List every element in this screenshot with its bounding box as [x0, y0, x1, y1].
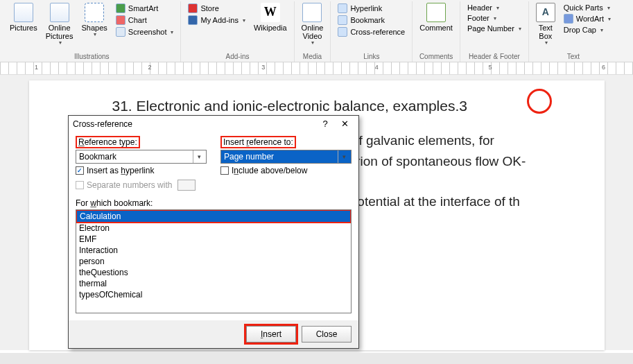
ruler-tick: 4 — [375, 64, 379, 71]
list-item[interactable]: Interaction — [76, 245, 351, 256]
dropcap-button[interactable]: Drop Cap — [562, 25, 612, 35]
textbox-label: Text Box — [539, 24, 553, 40]
ruler-numbers: 1 2 3 4 5 6 — [0, 62, 633, 71]
group-addins: Store My Add-ins W Wikipedia Add-ins — [181, 1, 294, 62]
list-item[interactable]: thermal — [76, 278, 351, 289]
list-item[interactable]: Electron — [76, 223, 351, 234]
online-video-button[interactable]: Online Video — [297, 1, 328, 48]
hyperlink-button[interactable]: Hyperlink — [336, 3, 406, 14]
bookmark-listbox[interactable]: Calculation Electron EMF Interaction per… — [76, 209, 352, 313]
group-label-media: Media — [303, 53, 322, 62]
checkbox-icon — [76, 166, 84, 175]
store-button[interactable]: Store — [187, 3, 246, 14]
dialog-buttons: Insert Close — [69, 320, 358, 348]
ruler[interactable]: 1 2 3 4 5 6 — [0, 62, 633, 75]
my-addins-button[interactable]: My Add-ins — [187, 15, 246, 26]
ruler-tick: 5 — [488, 64, 492, 71]
pictures-icon — [14, 3, 33, 22]
crossref-button[interactable]: Cross-reference — [336, 26, 406, 37]
header-label: Header — [467, 3, 492, 12]
insert-hyperlink-label: Insert as hyperlink — [87, 166, 154, 175]
hyperlink-label: Hyperlink — [350, 4, 382, 12]
list-item[interactable]: Calculation — [76, 209, 352, 223]
list-item[interactable]: typesOfChemical — [76, 289, 351, 300]
online-video-label: Online Video — [302, 24, 324, 40]
my-addins-icon — [188, 15, 198, 25]
wordart-icon — [564, 14, 573, 24]
group-illustrations: Pictures Online Pictures Shapes SmartArt… — [3, 1, 181, 62]
insert-reference-to-combo[interactable]: Page number — [220, 150, 352, 164]
group-headerfooter: Header Footer Page Number Header & Foote… — [460, 1, 529, 62]
quickparts-label: Quick Parts — [564, 3, 603, 12]
screenshot-icon — [116, 27, 125, 37]
wikipedia-button[interactable]: W Wikipedia — [250, 1, 291, 33]
chart-button[interactable]: Chart — [114, 15, 175, 26]
pictures-button[interactable]: Pictures — [6, 1, 42, 33]
shapes-icon — [85, 3, 104, 22]
pictures-label: Pictures — [10, 24, 37, 32]
insert-reference-to-value: Page number — [224, 152, 274, 162]
doc-heading: 31. Electronic and ionic-electronic bala… — [112, 94, 577, 118]
include-above-below-label: Include above/below — [232, 166, 307, 175]
checkbox-icon — [220, 166, 229, 175]
list-item[interactable]: EMF — [76, 234, 351, 245]
shapes-label: Shapes — [82, 24, 107, 32]
dialog-titlebar[interactable]: Cross-reference ? ✕ — [69, 116, 358, 132]
list-item[interactable]: theQuestions — [76, 267, 351, 278]
online-pictures-button[interactable]: Online Pictures — [42, 1, 78, 48]
reference-type-label: Reference type: — [76, 136, 140, 148]
close-icon[interactable]: ✕ — [335, 119, 354, 129]
comment-button[interactable]: Comment — [415, 1, 457, 33]
ribbon: Pictures Online Pictures Shapes SmartArt… — [0, 0, 633, 62]
crossref-icon — [338, 27, 347, 37]
annotation-circle — [527, 89, 552, 114]
separator-input — [177, 180, 196, 191]
pagenum-button[interactable]: Page Number — [466, 24, 523, 33]
hyperlink-icon — [338, 3, 347, 13]
doc-line1: 31. Electronic and ionic-electronic bala… — [112, 98, 467, 114]
wordart-label: WordArt — [576, 15, 604, 23]
ruler-tick: 1 — [35, 64, 38, 71]
online-pictures-icon — [50, 3, 69, 22]
bookmark-icon — [338, 15, 347, 25]
status-bar — [0, 353, 633, 364]
include-above-below-checkbox[interactable]: Include above/below — [220, 166, 352, 175]
which-bookmark-label: For which bookmark: — [76, 198, 352, 208]
my-addins-label: My Add-ins — [200, 16, 238, 24]
checkbox-icon — [76, 181, 84, 189]
footer-label: Footer — [467, 14, 489, 22]
shapes-button[interactable]: Shapes — [78, 1, 112, 40]
comment-icon — [426, 3, 446, 22]
help-button[interactable]: ? — [315, 119, 335, 129]
ruler-tick: 6 — [602, 64, 605, 71]
list-item[interactable]: person — [76, 256, 351, 267]
group-text: A Text Box Quick Parts WordArt Drop Cap … — [529, 1, 618, 62]
dropcap-label: Drop Cap — [564, 26, 596, 34]
textbox-icon: A — [536, 3, 555, 22]
reference-type-combo[interactable]: Bookmark — [76, 150, 207, 164]
smartart-button[interactable]: SmartArt — [114, 3, 175, 14]
group-comments: Comment Comments — [413, 1, 460, 62]
bookmark-label: Bookmark — [350, 16, 385, 24]
separate-numbers-checkbox: Separate numbers with — [76, 180, 207, 191]
close-button[interactable]: Close — [302, 326, 352, 343]
separate-numbers-label: Separate numbers with — [87, 180, 172, 190]
ruler-tick: 3 — [261, 64, 265, 71]
quickparts-button[interactable]: Quick Parts — [562, 3, 612, 12]
video-icon — [302, 3, 322, 22]
group-label-text: Text — [567, 53, 580, 62]
smartart-label: SmartArt — [128, 4, 158, 12]
group-media: Online Video Media — [295, 1, 331, 62]
group-links: Hyperlink Bookmark Cross-reference Links — [331, 1, 413, 62]
insert-hyperlink-checkbox[interactable]: Insert as hyperlink — [76, 166, 207, 175]
footer-button[interactable]: Footer — [466, 13, 523, 23]
comment-label: Comment — [419, 24, 453, 32]
wordart-button[interactable]: WordArt — [562, 13, 612, 24]
screenshot-button[interactable]: Screenshot — [114, 26, 175, 37]
header-button[interactable]: Header — [466, 3, 523, 12]
wikipedia-label: Wikipedia — [254, 24, 287, 32]
group-label-addins: Add-ins — [226, 53, 250, 62]
bookmark-button[interactable]: Bookmark — [336, 15, 406, 26]
textbox-button[interactable]: A Text Box — [532, 1, 560, 48]
insert-button[interactable]: Insert — [246, 326, 296, 343]
